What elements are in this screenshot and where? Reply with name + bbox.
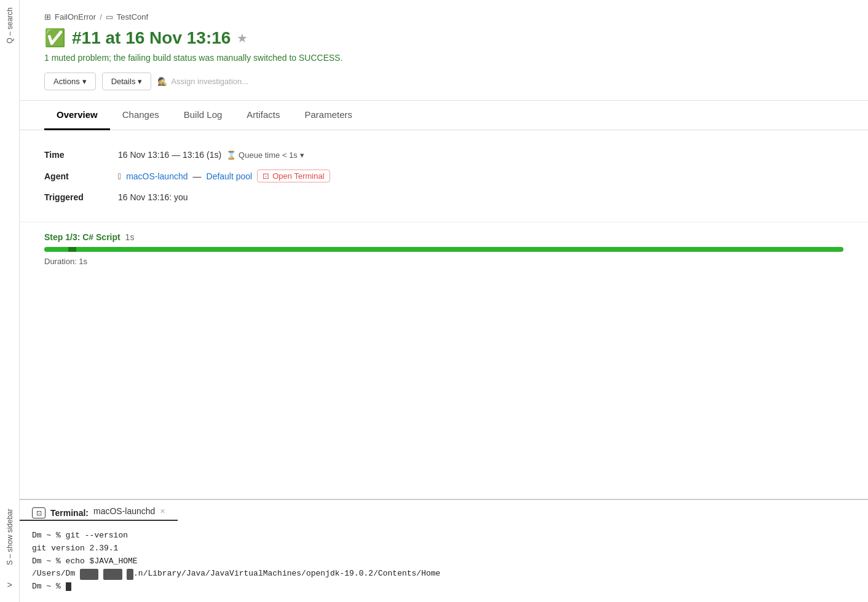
agent-row: Agent  macOS-launchd — Default pool ⊡ O… [44, 165, 843, 187]
tab-changes-label: Changes [122, 109, 159, 120]
terminal-line-4: /Users/Dm ████ ████ █.n/Library/Java/Jav… [32, 568, 856, 580]
actions-chevron-icon: ▾ [82, 77, 87, 86]
assign-investigation-btn[interactable]: 🕵 Assign investigation... [157, 77, 248, 86]
triggered-value: 16 Nov 13:16: you [118, 192, 188, 202]
hourglass-icon: ⌛ [226, 150, 236, 160]
sidebar-show-label[interactable]: S – show sidebar [6, 509, 14, 565]
tab-parameters[interactable]: Parameters [293, 101, 365, 130]
tab-bar: Overview Changes Build Log Artifacts Par… [20, 101, 868, 130]
conf-icon: ▭ [106, 12, 113, 22]
sidebar-expand-arrow[interactable]: > [7, 580, 12, 590]
progress-seg-1 [44, 247, 68, 252]
build-info-section: ⊞ FailOnError / ▭ TestConf ✅ #11 at 16 N… [20, 0, 868, 101]
terminal-body: Dm ~ % git --version git version 2.39.1 … [20, 521, 868, 602]
project-icon: ⊞ [44, 12, 51, 22]
tab-overview-label: Overview [57, 109, 98, 120]
tab-build-log-label: Build Log [184, 109, 223, 120]
build-actions-bar: Actions ▾ Details ▾ 🕵 Assign investigati… [44, 72, 843, 100]
triggered-label: Triggered [44, 192, 118, 202]
terminal-label: Terminal: [50, 508, 89, 518]
terminal-tab-name[interactable]: macOS-launchd [93, 506, 155, 520]
actions-button-label: Actions [53, 77, 80, 86]
progress-bar [44, 247, 843, 252]
progress-segments [44, 247, 843, 252]
breadcrumb: ⊞ FailOnError / ▭ TestConf [44, 12, 843, 22]
tab-build-log[interactable]: Build Log [172, 101, 235, 130]
queue-time-label: Queue time < 1s [239, 150, 298, 160]
build-title-heading: #11 at 16 Nov 13:16 [72, 28, 231, 48]
tab-artifacts-label: Artifacts [247, 109, 280, 120]
success-check-icon: ✅ [44, 28, 66, 48]
terminal-header: ⊡ Terminal: macOS-launchd × [20, 500, 178, 521]
agent-value:  macOS-launchd — Default pool ⊡ Open Te… [118, 170, 330, 182]
terminal-line-3: Dm ~ % echo $JAVA_HOME [32, 555, 856, 568]
details-button[interactable]: Details ▾ [102, 72, 152, 90]
terminal-cursor [66, 582, 71, 591]
agent-label: Agent [44, 171, 118, 181]
step-section: Step 1/3: C# Script 1s Duration: 1s [20, 222, 868, 278]
time-row: Time 16 Nov 13:16 — 13:16 (1s) ⌛ Queue t… [44, 145, 843, 165]
left-sidebar: Q – search S – show sidebar > [0, 0, 20, 602]
time-value: 16 Nov 13:16 — 13:16 (1s) ⌛ Queue time <… [118, 150, 304, 160]
redacted-3: █ [127, 569, 133, 580]
time-label: Time [44, 150, 118, 160]
assign-icon: 🕵 [157, 77, 167, 86]
queue-time-btn[interactable]: ⌛ Queue time < 1s ▾ [226, 150, 304, 160]
terminal-header-icon: ⊡ [32, 507, 45, 518]
details-button-label: Details [111, 77, 136, 86]
conf-link[interactable]: TestConf [117, 12, 148, 22]
tab-artifacts[interactable]: Artifacts [234, 101, 292, 130]
assign-label: Assign investigation... [171, 77, 248, 86]
agent-link[interactable]: macOS-launchd [126, 171, 187, 181]
step-title: Step 1/3: C# Script 1s [44, 232, 843, 242]
build-details-section: Time 16 Nov 13:16 — 13:16 (1s) ⌛ Queue t… [20, 130, 868, 222]
main-area: ⊞ FailOnError / ▭ TestConf ✅ #11 at 16 N… [20, 0, 868, 602]
terminal-btn-label: Open Terminal [272, 171, 324, 181]
step-label: Step 1/3: C# Script 1s [44, 232, 134, 242]
agent-pool-link[interactable]: Default pool [207, 171, 253, 181]
triggered-text: 16 Nov 13:16: you [118, 192, 188, 202]
step-time: 1s [125, 232, 135, 242]
actions-button[interactable]: Actions ▾ [44, 72, 96, 90]
build-status-message: 1 muted problem; the failing build statu… [44, 53, 843, 63]
step-name: Step 1/3: C# Script [44, 232, 120, 242]
breadcrumb-separator: / [100, 12, 102, 22]
redacted-1: ████ [80, 569, 98, 580]
redacted-2: ████ [103, 569, 122, 580]
content-area: Time 16 Nov 13:16 — 13:16 (1s) ⌛ Queue t… [20, 130, 868, 499]
terminal-line-2: git version 2.39.1 [32, 542, 856, 555]
project-link[interactable]: FailOnError [55, 12, 96, 22]
terminal-line-1: Dm ~ % git --version [32, 530, 856, 542]
duration-text: Duration: 1s [44, 257, 843, 266]
terminal-btn-icon: ⊡ [262, 171, 269, 181]
tab-overview[interactable]: Overview [44, 101, 110, 130]
time-text: 16 Nov 13:16 — 13:16 (1s) [118, 150, 221, 160]
tab-parameters-label: Parameters [305, 109, 353, 120]
open-terminal-button[interactable]: ⊡ Open Terminal [257, 170, 329, 182]
progress-seg-3 [76, 247, 843, 252]
build-title-row: ✅ #11 at 16 Nov 13:16 ★ [44, 28, 843, 48]
apple-icon:  [118, 171, 121, 181]
tab-changes[interactable]: Changes [110, 101, 172, 130]
agent-dash: — [193, 171, 202, 181]
progress-seg-2 [68, 247, 76, 252]
terminal-line-5: Dm ~ % [32, 580, 856, 593]
queue-chevron-icon: ▾ [300, 150, 304, 160]
terminal-close-btn[interactable]: × [160, 506, 165, 520]
star-icon[interactable]: ★ [237, 31, 248, 45]
details-chevron-icon: ▾ [138, 77, 142, 86]
sidebar-search-label[interactable]: Q – search [6, 7, 14, 44]
triggered-row: Triggered 16 Nov 13:16: you [44, 187, 843, 207]
terminal-section: ⊡ Terminal: macOS-launchd × Dm ~ % git -… [20, 499, 868, 602]
